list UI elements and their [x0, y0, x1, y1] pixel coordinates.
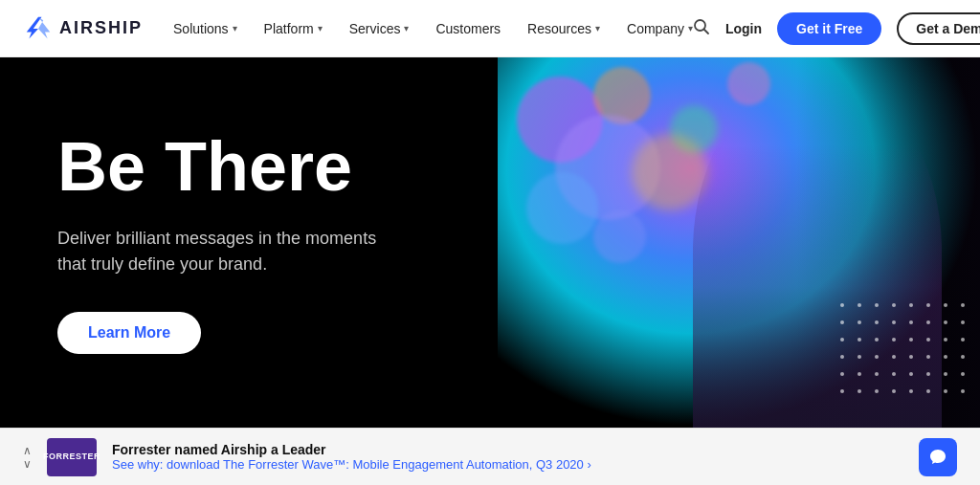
get-it-free-button[interactable]: Get it Free: [777, 12, 881, 45]
nav-customers[interactable]: Customers: [435, 21, 501, 36]
nav-solutions[interactable]: Solutions ▾: [173, 21, 237, 36]
banner-arrows: ∧ ∨: [23, 445, 32, 470]
hero-section: Be There Deliver brilliant messages in t…: [0, 57, 980, 428]
nav-actions: Login Get it Free Get a Demo: [693, 12, 980, 45]
learn-more-button[interactable]: Learn More: [57, 312, 201, 354]
logo-text: AIRSHIP: [59, 18, 143, 38]
nav-links: Solutions ▾ Platform ▾ Services ▾ Custom…: [173, 21, 693, 36]
hero-photo: [498, 57, 980, 428]
nav-platform[interactable]: Platform ▾: [264, 21, 323, 36]
chat-button[interactable]: [919, 438, 957, 476]
forrester-link[interactable]: See why: download The Forrester Wave™: M…: [112, 457, 903, 472]
arrow-up-icon[interactable]: ∧: [23, 445, 32, 456]
banner-text-area: Forrester named Airship a Leader See why…: [112, 442, 903, 472]
logo-icon: [23, 15, 54, 42]
logo-link[interactable]: AIRSHIP: [23, 15, 143, 42]
nav-resources[interactable]: Resources ▾: [527, 21, 600, 36]
hero-right: [498, 57, 980, 428]
chevron-down-icon: ▾: [318, 23, 323, 33]
get-demo-button[interactable]: Get a Demo: [897, 12, 980, 45]
chat-icon: [928, 448, 947, 467]
banner: ∧ ∨ FORRESTER Forrester named Airship a …: [0, 428, 980, 485]
chevron-down-icon: ▾: [595, 23, 600, 33]
hero-title: Be There: [57, 131, 440, 204]
arrow-down-icon[interactable]: ∨: [23, 458, 32, 470]
chevron-down-icon: ▾: [233, 23, 237, 33]
navbar: AIRSHIP Solutions ▾ Platform ▾ Services …: [0, 0, 980, 57]
svg-line-1: [703, 29, 708, 33]
dots-grid: [831, 294, 980, 408]
login-button[interactable]: Login: [725, 21, 762, 36]
chevron-down-icon: ▾: [404, 23, 409, 33]
hero-subtitle: Deliver brilliant messages in the moment…: [57, 226, 383, 277]
nav-company[interactable]: Company ▾: [627, 21, 693, 36]
search-icon[interactable]: [693, 18, 710, 39]
nav-services[interactable]: Services ▾: [349, 21, 410, 36]
hero-left: Be There Deliver brilliant messages in t…: [0, 57, 498, 428]
banner-title: Forrester named Airship a Leader: [112, 442, 903, 457]
forrester-logo: FORRESTER: [47, 438, 97, 476]
